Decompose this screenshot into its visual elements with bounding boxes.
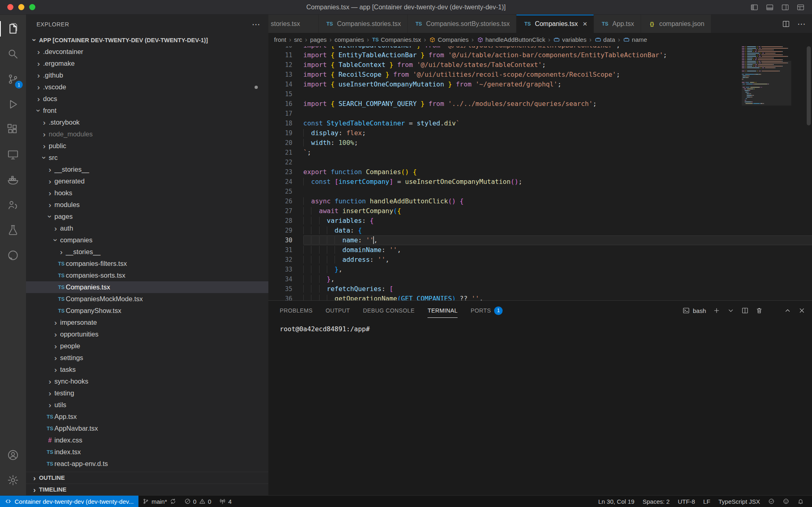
editor-tab[interactable]: TSCompanies.sortBy.stories.tsx: [408, 15, 516, 33]
github-button[interactable]: [0, 243, 26, 268]
minimize-window-button[interactable]: [18, 4, 24, 10]
tree-item[interactable]: TScompanies-filters.tsx: [26, 258, 268, 270]
kill-terminal-icon[interactable]: [756, 307, 763, 314]
tree-item[interactable]: ›people: [26, 340, 268, 352]
problems-status[interactable]: 0 0: [180, 496, 216, 507]
timeline-section[interactable]: › TIMELINE: [26, 483, 268, 495]
editor-more-actions-icon[interactable]: ⋯: [797, 19, 806, 29]
toggle-primary-sidebar-icon[interactable]: [750, 3, 758, 11]
panel-tab-output[interactable]: OUTPUT: [326, 301, 350, 320]
git-branch-status[interactable]: main*: [138, 496, 180, 507]
code-editor[interactable]: 10import { WithTopBarContainer } from '@…: [268, 46, 812, 300]
eol-status[interactable]: LF: [699, 496, 715, 507]
source-control-button[interactable]: 1: [0, 67, 26, 92]
tree-item[interactable]: ›testing: [26, 387, 268, 399]
tree-item[interactable]: TSreact-app-env.d.ts: [26, 458, 268, 470]
tree-item[interactable]: ›public: [26, 140, 268, 152]
run-debug-button[interactable]: [0, 92, 26, 117]
tree-item[interactable]: TScompanies-sorts.tsx: [26, 270, 268, 281]
tree-item[interactable]: ›.github: [26, 69, 268, 81]
new-terminal-icon[interactable]: [713, 307, 720, 314]
cursor-position-status[interactable]: Ln 30, Col 19: [594, 496, 638, 507]
extensions-button[interactable]: [0, 117, 26, 142]
toggle-panel-icon[interactable]: [766, 3, 774, 11]
terminal-dropdown-icon[interactable]: [727, 307, 734, 314]
tree-item[interactable]: TSAppNavbar.tsx: [26, 423, 268, 434]
maximize-panel-icon[interactable]: [784, 307, 791, 314]
remote-indicator[interactable]: Container dev-twenty-dev (dev-twenty-dev…: [0, 496, 138, 507]
tree-item[interactable]: ›front: [26, 105, 268, 117]
outline-section[interactable]: › OUTLINE: [26, 472, 268, 483]
language-mode-status[interactable]: TypeScript JSX: [714, 496, 764, 507]
search-button[interactable]: [0, 41, 26, 67]
encoding-status[interactable]: UTF-8: [674, 496, 699, 507]
close-panel-icon[interactable]: [798, 307, 806, 314]
explorer-button[interactable]: [0, 16, 26, 41]
remote-explorer-button[interactable]: [0, 142, 26, 167]
close-window-button[interactable]: [7, 4, 13, 10]
editor-tab[interactable]: TSCompanies.tsx×: [516, 15, 594, 33]
toggle-secondary-sidebar-icon[interactable]: [781, 3, 789, 11]
tree-item[interactable]: ›docs: [26, 93, 268, 105]
live-share-button[interactable]: [0, 192, 26, 218]
editor-tab[interactable]: TSApp.tsx: [594, 15, 641, 33]
docker-button[interactable]: [0, 167, 26, 192]
terminal-shell-selector[interactable]: bash: [682, 307, 706, 314]
panel-tab-terminal[interactable]: TERMINAL: [428, 301, 458, 320]
tree-item[interactable]: ›.ergomake: [26, 58, 268, 69]
tree-item[interactable]: TSindex.tsx: [26, 446, 268, 458]
breadcrumb-item[interactable]: variables: [553, 36, 586, 43]
tree-item[interactable]: ›hooks: [26, 187, 268, 199]
tree-item[interactable]: ›settings: [26, 352, 268, 364]
panel-tab-debug-console[interactable]: DEBUG CONSOLE: [363, 301, 415, 320]
tree-item[interactable]: ›opportunities: [26, 328, 268, 340]
tree-item[interactable]: ›utils: [26, 399, 268, 411]
breadcrumb-item[interactable]: src: [294, 36, 302, 43]
settings-button[interactable]: [0, 468, 26, 493]
breadcrumb-item[interactable]: name: [623, 36, 647, 43]
tree-item[interactable]: ›companies: [26, 234, 268, 246]
breadcrumb-item[interactable]: handleAddButtonClick: [477, 36, 546, 43]
tree-item[interactable]: ›.storybook: [26, 117, 268, 128]
feedback-status[interactable]: [779, 496, 793, 507]
tree-item[interactable]: TSCompanies.tsx: [26, 281, 268, 293]
tree-item[interactable]: ›__stories__: [26, 164, 268, 175]
tree-item[interactable]: ›generated: [26, 175, 268, 187]
tree-item[interactable]: ›tasks: [26, 364, 268, 375]
breadcrumb-item[interactable]: companies: [335, 36, 364, 43]
tree-item[interactable]: ›sync-hooks: [26, 375, 268, 387]
explorer-more-actions-icon[interactable]: ⋯: [252, 19, 261, 29]
tree-item[interactable]: #index.css: [26, 434, 268, 446]
breadcrumb-item[interactable]: TSCompanies.tsx: [372, 36, 421, 43]
tree-item[interactable]: ›node_modules: [26, 128, 268, 140]
editor-scrollbar[interactable]: [807, 46, 811, 125]
tree-item[interactable]: TSCompaniesMockMode.tsx: [26, 293, 268, 305]
indentation-status[interactable]: Spaces: 2: [639, 496, 674, 507]
workspace-section-header[interactable]: › APP [CONTAINER DEV-TWENTY-DEV (DEV-TWE…: [26, 34, 268, 46]
terminal-output[interactable]: root@0a42ecd84891:/app#: [268, 320, 812, 495]
prettier-status[interactable]: [764, 496, 779, 507]
tree-item[interactable]: ›impersonate: [26, 317, 268, 328]
notifications-status[interactable]: [793, 496, 808, 507]
editor-tab[interactable]: {}companies.json: [641, 15, 711, 33]
more-actions-icon[interactable]: [770, 307, 777, 314]
accounts-button[interactable]: [0, 442, 26, 468]
minimap-slider[interactable]: [742, 61, 791, 106]
tree-item[interactable]: ›__stories__: [26, 246, 268, 258]
panel-tab-ports[interactable]: PORTS1: [471, 301, 503, 320]
tree-item[interactable]: ›auth: [26, 222, 268, 234]
tree-item[interactable]: ›src: [26, 152, 268, 164]
split-terminal-icon[interactable]: [741, 307, 749, 314]
editor-tab[interactable]: stories.tsx: [268, 15, 319, 33]
close-tab-icon[interactable]: ×: [583, 19, 587, 28]
customize-layout-icon[interactable]: [797, 3, 805, 11]
split-editor-icon[interactable]: [782, 20, 790, 28]
editor-tab[interactable]: TSCompanies.stories.tsx: [319, 15, 408, 33]
tree-item[interactable]: TSApp.tsx: [26, 411, 268, 423]
breadcrumb-item[interactable]: Companies: [429, 36, 469, 43]
forwarded-ports-status[interactable]: 4: [215, 496, 235, 507]
panel-tab-problems[interactable]: PROBLEMS: [280, 301, 313, 320]
breadcrumb-item[interactable]: front: [274, 36, 286, 43]
tree-item[interactable]: ›.vscode: [26, 81, 268, 93]
tree-item[interactable]: ›modules: [26, 199, 268, 211]
